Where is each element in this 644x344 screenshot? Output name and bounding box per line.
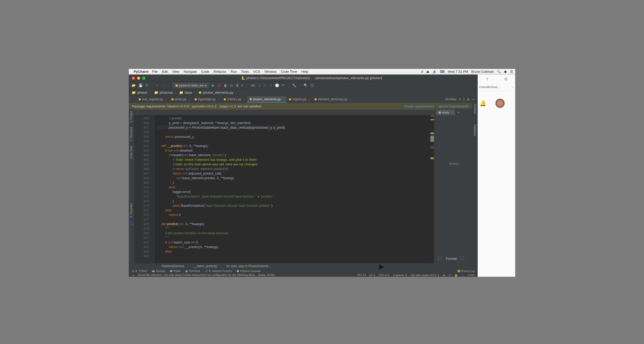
codetime-timer[interactable]: 4 min (468, 274, 475, 277)
back-icon[interactable]: ← (156, 83, 159, 88)
browser-tab[interactable]: FollowMyHealt... (479, 86, 500, 89)
memory-icon[interactable]: ⟳ (449, 274, 451, 277)
close-icon[interactable]: × (308, 98, 310, 101)
settings-icon[interactable]: 🔧 (292, 83, 296, 88)
gear-icon[interactable]: ⚙ (467, 97, 470, 101)
tool-pylint[interactable]: ⬢ Pylint (170, 269, 181, 273)
keyboard-icon[interactable]: ⌨ (440, 70, 445, 74)
ignore-requirements-link[interactable]: Ignore requirements (439, 104, 469, 108)
close-icon[interactable]: × (350, 98, 351, 101)
inspection-icon[interactable]: ◉ (443, 274, 445, 277)
run-config-selector[interactable]: ⬢ pytest in tests_ext ▾ (173, 83, 209, 88)
crumb-subpackage[interactable]: base (185, 91, 192, 95)
close-icon[interactable]: × (244, 98, 245, 101)
format-select[interactable] (461, 257, 464, 260)
tool-terminal[interactable]: ▣ Terminal (185, 269, 200, 273)
git-branch[interactable]: Git: add-cluster-0.0.1 ⇕ (411, 274, 440, 277)
git-push-icon[interactable]: ↗ (269, 83, 272, 88)
menu-refactor[interactable]: Refactor (214, 70, 226, 74)
tool-python-console[interactable]: ⬢ Python Console (237, 269, 261, 273)
lock-icon[interactable]: 🔒 (454, 274, 458, 277)
checkbox[interactable] (438, 257, 441, 260)
tool-todo[interactable]: ☰ 6: TODO (132, 269, 147, 273)
screen-mirror-icon[interactable]: ⎚ (421, 70, 423, 74)
spotlight-icon[interactable]: 🔍 (497, 70, 501, 74)
menu-run[interactable]: Run (231, 70, 237, 74)
add-tab-button[interactable]: + (456, 109, 461, 115)
menu-navigate[interactable]: Navigate (183, 70, 197, 74)
close-icon[interactable]: × (283, 98, 284, 101)
close-icon[interactable]: × (218, 98, 219, 101)
avatar[interactable] (495, 98, 505, 108)
tool-structure[interactable]: 7: Structure (129, 125, 134, 143)
git-revert-icon[interactable]: ↶ (282, 83, 285, 88)
install-requirements-link[interactable]: Install requirements (405, 104, 434, 108)
error-stripe[interactable] (430, 115, 434, 264)
coverage-icon[interactable]: ◧ (224, 83, 227, 88)
tool-version-control[interactable]: ⎇ 9: Version Control (204, 269, 232, 273)
notifications-icon[interactable]: ☰ (510, 70, 513, 74)
tool-favorites[interactable]: 2: Favorites (129, 201, 134, 220)
forward-icon[interactable]: → (162, 83, 165, 88)
tab-element-dictionary[interactable]: ⬢element_dictionary.py× (312, 96, 354, 102)
concurrency-icon[interactable]: ⇶ (236, 83, 238, 88)
git-pull-icon[interactable]: ↙ (258, 83, 261, 88)
share-icon[interactable]: ⇪ (486, 77, 489, 82)
menu-codetime[interactable]: Code Time (281, 70, 297, 74)
debug-button[interactable]: 🐞 (217, 83, 221, 88)
sync-icon[interactable]: ↻ (145, 83, 148, 88)
run-button[interactable]: ▶ (212, 83, 214, 88)
minimize-panel-icon[interactable]: — (472, 97, 475, 101)
sciview-list-icon[interactable]: ≡ (459, 97, 461, 101)
new-tab-button[interactable]: + (512, 86, 514, 89)
close-icon[interactable]: × (189, 98, 190, 101)
structure-icon[interactable]: ⿻ (310, 83, 314, 88)
menubar-clock[interactable]: Wed 7:31 PM (448, 70, 468, 74)
open-icon[interactable]: 📂 (132, 83, 136, 88)
tab-test-register[interactable]: ⬢test_register.py× (136, 96, 169, 102)
crumb-loop[interactable]: for start, stop in PhotonDataHe… (226, 264, 272, 268)
event-log-button[interactable]: 1Event Log (457, 269, 475, 273)
line-separator[interactable]: LF ⇕ (369, 274, 376, 277)
search-icon[interactable]: 🔍 (304, 83, 308, 88)
caret-position[interactable]: 457:13 (357, 274, 366, 277)
tab-hyperpipe[interactable]: ⬢hyperpipe.py× (192, 96, 222, 102)
window-zoom-button[interactable] (142, 77, 145, 80)
tool-docker[interactable]: 🐳 Docker (152, 269, 165, 273)
editor[interactable]: 4554564574584594604614624634644654664674… (134, 115, 434, 264)
siri-icon[interactable]: ◉ (504, 70, 507, 74)
crumb-class[interactable]: PipelineElement (162, 264, 184, 268)
file-encoding[interactable]: UTF-8 ⇕ (379, 274, 390, 277)
menu-vcs[interactable]: VCS (253, 70, 260, 74)
menu-code[interactable]: Code (201, 70, 209, 74)
app-name[interactable]: PyCharm (134, 70, 148, 74)
menu-view[interactable]: View (172, 70, 179, 74)
menu-file[interactable]: File (152, 70, 158, 74)
tab-photon-elements[interactable]: ⬢photon_elements.py× (247, 96, 286, 103)
tool-project[interactable]: 1: Project (129, 109, 134, 125)
bell-icon[interactable]: 🔔 (479, 95, 486, 111)
save-icon[interactable]: 💾 (139, 83, 143, 88)
close-icon[interactable]: × (165, 98, 167, 101)
paw-icon[interactable]: 🐾 (461, 274, 464, 277)
tool-codetime[interactable]: Code Time (129, 143, 134, 161)
menu-help[interactable]: Help (301, 70, 308, 74)
crumb-file[interactable]: photon_elements.py (203, 91, 233, 95)
git-history-icon[interactable]: 🕑 (275, 83, 279, 88)
tab-metrics[interactable]: ⬢metrics.py× (222, 96, 247, 102)
indent-settings[interactable]: 4 spaces ⇕ (393, 274, 407, 277)
menubar-user[interactable]: Bruce Cottman (471, 70, 494, 74)
stop-button[interactable]: ■ (241, 83, 243, 88)
window-close-button[interactable] (132, 77, 135, 80)
paw-icon[interactable]: 🐾 (129, 220, 134, 226)
menu-window[interactable]: Window (264, 70, 277, 74)
volume-icon[interactable]: 🔊 (433, 70, 437, 74)
crumb-method[interactable]: __batch_predict() (193, 264, 217, 268)
tool-sciview[interactable]: SciView (472, 102, 477, 116)
window-icon[interactable]: ▭ (132, 274, 134, 277)
tool-database[interactable]: Database (472, 122, 477, 139)
profile-icon[interactable]: ◷ (230, 83, 233, 88)
close-icon[interactable]: × (451, 111, 453, 114)
menu-tools[interactable]: Tools (241, 70, 249, 74)
window-minimize-button[interactable] (137, 77, 140, 80)
